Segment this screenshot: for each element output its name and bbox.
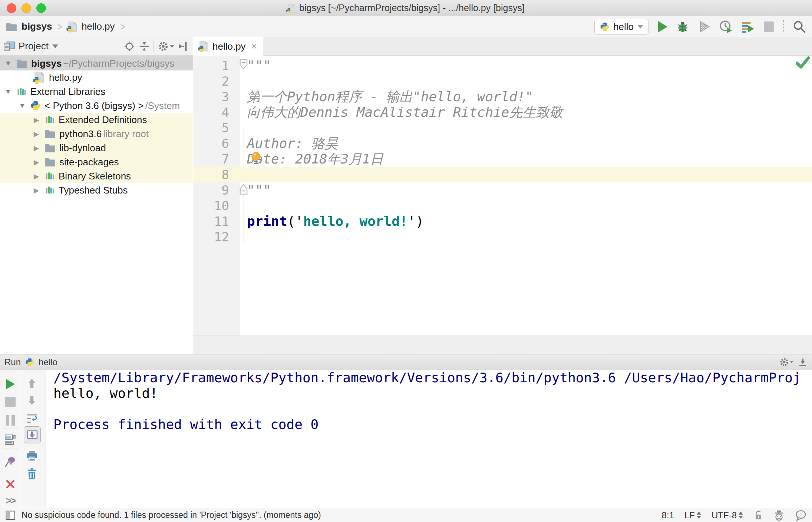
toggle-toolwindows-icon[interactable]: [5, 510, 16, 521]
code-line: 2: [193, 73, 812, 89]
window-title: bigsys [~/PycharmProjects/bigsys] - .../…: [299, 3, 525, 13]
folder-icon: [6, 22, 17, 32]
fold-end-marker-icon[interactable]: [239, 184, 248, 195]
project-tree: ▼ bigsys~/PycharmProjects/bigsys hello.p…: [0, 56, 193, 197]
python-logo-icon: [25, 358, 34, 367]
run-configuration-select[interactable]: hello: [594, 19, 649, 34]
stop-button[interactable]: [764, 22, 774, 32]
hector-inspector-icon[interactable]: [773, 510, 785, 521]
tree-item-typeshed-stubs[interactable]: ▶ Typeshed Stubs: [0, 183, 193, 197]
run-with-coverage-button[interactable]: [698, 20, 710, 33]
python-file-icon: [287, 4, 296, 13]
code-line: 10: [193, 198, 812, 214]
restore-layout-button[interactable]: [3, 432, 18, 447]
run-button[interactable]: [658, 21, 667, 33]
editor-horizontal-scrollbar[interactable]: [193, 336, 812, 354]
profile-button[interactable]: [719, 20, 733, 33]
tree-item-binary-skeletons[interactable]: ▶ Binary Skeletons: [0, 169, 193, 183]
scroll-to-end-button[interactable]: [24, 426, 41, 443]
breadcrumb-file[interactable]: hello.py: [82, 21, 115, 32]
encoding-select[interactable]: UTF-8: [712, 510, 743, 521]
tree-item-python3-6-root[interactable]: ▶ python3.6library root: [0, 127, 193, 141]
expander-closed-icon[interactable]: ▶: [32, 144, 41, 152]
close-window-button[interactable]: [7, 3, 16, 13]
debug-button[interactable]: [676, 20, 689, 33]
gear-icon[interactable]: [158, 41, 174, 52]
tree-item-python-3-6[interactable]: ▼ < Python 3.6 (bigsys) >/System: [0, 99, 193, 113]
intention-bulb-icon[interactable]: [250, 151, 262, 165]
tree-item-hello-py[interactable]: hello.py: [0, 70, 193, 85]
locate-file-icon[interactable]: [124, 41, 135, 52]
run-tab-name[interactable]: hello: [39, 357, 57, 367]
stop-button[interactable]: [3, 394, 18, 409]
code-line: 11print('hello, world!'): [193, 214, 812, 229]
inspections-ok-icon[interactable]: [796, 56, 810, 69]
tab-hello-py[interactable]: hello.py ×: [193, 37, 263, 56]
toolbar-separator: [783, 20, 784, 33]
concurrency-diagram-button[interactable]: [742, 20, 755, 33]
status-message[interactable]: No suspicious code found. 1 files proces…: [22, 510, 321, 520]
run-console[interactable]: /System/Library/Frameworks/Python.framew…: [53, 370, 812, 508]
hide-panel-down-icon[interactable]: [798, 357, 808, 367]
expander-open-icon[interactable]: ▼: [18, 102, 27, 110]
tree-item-extended-definitions[interactable]: ▶ Extended Definitions: [0, 113, 193, 127]
tree-item-bigsys[interactable]: ▼ bigsys~/PycharmProjects/bigsys: [0, 56, 193, 70]
code-line: 3第一个Python程序 - 输出"hello, world!": [193, 89, 812, 105]
code-line: 4向伟大的Dennis MacAlistair Ritchie先生致敬: [193, 105, 812, 120]
code-line: 7Date: 2018年3月1日: [193, 151, 812, 167]
project-panel-title[interactable]: Project: [19, 40, 49, 52]
print-button[interactable]: [24, 449, 39, 463]
tree-item-external-libraries[interactable]: ▼ External Libraries: [0, 85, 193, 99]
breadcrumb-project[interactable]: bigsys: [22, 21, 52, 32]
caret-position[interactable]: 8:1: [662, 510, 674, 521]
expander-closed-icon[interactable]: ▶: [32, 158, 41, 166]
line-ending-select[interactable]: LF: [684, 510, 701, 521]
down-stack-trace-button[interactable]: [24, 393, 39, 408]
project-tool-icon: [4, 42, 15, 51]
toolbar-separator: [154, 41, 154, 52]
expander-open-icon[interactable]: ▼: [4, 59, 13, 67]
chevron-down-icon: [790, 361, 793, 363]
expander-closed-icon[interactable]: ▶: [32, 130, 41, 138]
up-stack-trace-button[interactable]: [24, 376, 39, 391]
library-icon: [44, 115, 55, 125]
tree-item-lib-dynload[interactable]: ▶ lib-dynload: [0, 141, 193, 155]
code-editor[interactable]: 1""" 2 3第一个Python程序 - 输出"hello, world!" …: [193, 56, 812, 336]
expander-closed-icon[interactable]: ▶: [32, 186, 41, 195]
rerun-button[interactable]: [3, 377, 18, 392]
clear-all-button[interactable]: [24, 466, 39, 481]
close-button[interactable]: [3, 477, 18, 492]
navigation-bar: bigsys > hello.py > hello: [0, 16, 812, 37]
unlock-icon[interactable]: [753, 510, 763, 521]
library-icon: [44, 185, 55, 195]
breadcrumb-separator-icon: >: [57, 20, 62, 33]
library-icon: [44, 171, 55, 181]
hide-panel-icon[interactable]: [178, 41, 189, 52]
zoom-window-button[interactable]: [36, 3, 46, 13]
run-toolbar: >>: [0, 370, 46, 508]
code-line: 1""": [193, 58, 812, 73]
title-bar: bigsys [~/PycharmProjects/bigsys] - .../…: [0, 0, 812, 16]
expander-closed-icon[interactable]: ▶: [32, 116, 41, 124]
python-file-icon: [67, 22, 77, 32]
search-everywhere-icon[interactable]: [793, 20, 806, 33]
expander-open-icon[interactable]: ▼: [4, 87, 13, 96]
toolbar-separator: [3, 449, 18, 449]
spinner-icon: [739, 512, 743, 519]
gear-icon[interactable]: [779, 357, 793, 367]
fold-start-marker-icon[interactable]: [239, 59, 248, 70]
python-logo-icon: [600, 22, 610, 32]
minimize-window-button[interactable]: [22, 3, 31, 13]
console-line: hello, world!: [53, 386, 812, 401]
run-tool-window: Run hello >>: [0, 354, 812, 508]
pin-tab-button[interactable]: [3, 455, 18, 469]
collapse-all-icon[interactable]: [139, 41, 150, 52]
more-options-button[interactable]: >>: [3, 493, 18, 508]
run-panel-title[interactable]: Run: [4, 357, 21, 367]
tree-item-site-packages[interactable]: ▶ site-packages: [0, 155, 193, 169]
event-log-bubble-icon[interactable]: [795, 510, 807, 521]
expander-closed-icon[interactable]: ▶: [32, 172, 41, 181]
close-tab-icon[interactable]: ×: [251, 40, 257, 52]
pause-output-button[interactable]: [3, 413, 18, 428]
soft-wrap-button[interactable]: [24, 412, 39, 426]
